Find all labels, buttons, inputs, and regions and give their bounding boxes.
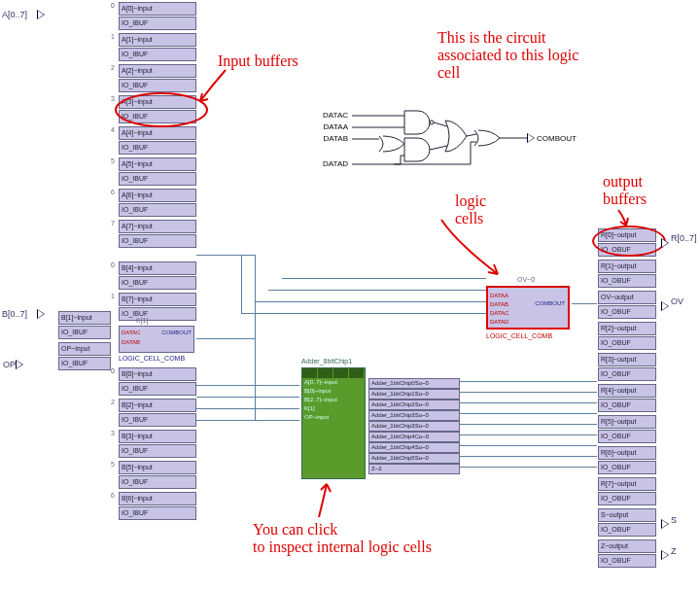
wire [459,402,597,403]
port-z-label: Z [671,546,677,556]
iobuf[interactable]: R[6]~outputIO_OBUF [598,446,654,475]
iobuf[interactable]: 6B[6]~inputIO_IBUF [119,492,194,521]
iobuf[interactable]: B[1]~inputIO_IBUF [58,311,109,340]
ibuf-b-stack2: 0B[0]~inputIO_IBUF 2B[2]~inputIO_IBUF 3B… [119,367,194,523]
ibuf-a-stack: 0 A[0]~inputIO_IBUF 1 A[1]~inputIO_IBUF … [119,2,194,251]
port-r-tri-icon [661,238,669,248]
port-r-label: R[0..7] [671,233,697,243]
logic-cell-ov[interactable]: DATAA DATAB COMBOUT DATAC DATAD [486,286,570,330]
iobuf[interactable]: 6 A[6]~inputIO_IBUF [119,189,194,218]
ibuf-b-stack: 0B[4]~inputIO_IBUF 1B[7]~inputIO_IBUF [119,261,194,324]
iobuf[interactable]: R[0]~outputIO_OBUF [598,228,654,258]
iobuf[interactable]: 7 A[7]~inputIO_IBUF [119,220,194,249]
port-s-label: S [671,515,677,525]
iobuf[interactable]: Z~outputIO_OBUF [598,539,654,569]
iobuf[interactable]: R[4]~outputIO_OBUF [598,384,654,413]
iobuf[interactable]: 4 A[4]~inputIO_IBUF [119,126,194,156]
iobuf[interactable]: R[3]~outputIO_OBUF [598,353,654,382]
logic-cell-ov-label: LOGIC_CELL_COMB [486,332,552,339]
iobuf[interactable]: R[5]~outputIO_OBUF [598,415,654,444]
wire [459,381,597,382]
port-s-tri-icon [661,519,669,529]
wire [459,467,597,468]
logic-cell-k1[interactable]: DATAC COMBOUT DATAB [119,326,194,353]
port-a-label: A[0..7] [2,10,27,19]
obuf-stack: R[0]~outputIO_OBUF R[1]~outputIO_OBUF OV… [598,228,654,571]
combout-tri-icon [527,133,535,143]
adder-title: Adder_8bitChip1 [301,358,352,365]
svg-point-4 [430,121,434,124]
port-z-tri-icon [661,550,669,560]
iobuf[interactable]: OP~inputIO_IBUF [58,342,109,371]
combout-label: COMBOUT [537,134,587,143]
port-ov-label: OV [671,296,683,306]
handwriting-output-buffers: output buffers [603,173,647,208]
port-op-tri-icon [16,360,23,369]
handwriting-click: You can click to inspect internal logic … [253,521,432,556]
iobuf[interactable]: 0 A[0]~inputIO_IBUF [119,2,194,31]
port-a-tri-icon [37,10,45,19]
logic-cell-k1-label: LOGIC_CELL_COMB [119,355,185,362]
wire [459,445,597,446]
wire [572,303,597,304]
k1-label: K[1] [136,317,148,324]
port-b-label: B[0..7] [2,309,27,319]
wire [196,385,299,386]
gate-schematic: DATAC DATAA DATAB DATAD COMB [311,109,564,196]
iobuf[interactable]: 2B[2]~inputIO_IBUF [119,399,194,428]
wire [459,435,597,435]
handwriting-logic-cells: logic cells [455,192,486,227]
wire [241,313,486,314]
wire [196,397,299,398]
port-ov-tri-icon [661,301,669,311]
wire [196,255,255,256]
iobuf-a3[interactable]: 3 A[3]~inputIO_IBUF [119,95,194,124]
handwriting-arrows [0,0,700,591]
wire [196,420,299,421]
iobuf[interactable]: S~outputIO_OBUF [598,508,654,538]
port-b-tri-icon [37,309,45,319]
wire [459,392,597,393]
adder-topbar [302,368,365,378]
ibuf-b-side-stack: B[1]~inputIO_IBUF OP~inputIO_IBUF [58,311,109,373]
wire [459,413,597,414]
wire [459,424,597,425]
svg-line-11 [434,122,447,126]
iobuf[interactable]: OV~outputIO_OBUF [598,291,654,320]
iobuf[interactable]: 1 A[1]~inputIO_IBUF [119,33,194,62]
svg-line-12 [430,146,447,150]
iobuf[interactable]: 0B[4]~inputIO_IBUF [119,261,194,291]
iobuf[interactable]: 1B[7]~inputIO_IBUF [119,293,194,322]
iobuf[interactable]: 5 A[5]~inputIO_IBUF [119,157,194,187]
wire [255,255,256,420]
handwriting-main: This is the circuit associated to this l… [438,29,578,82]
wire [241,255,242,313]
wire [268,290,486,291]
port-op-label: OP [3,360,16,369]
iobuf[interactable]: 0B[0]~inputIO_IBUF [119,367,194,397]
iobuf[interactable]: R[2]~outputIO_OBUF [598,322,654,351]
wire [459,456,597,457]
iobuf[interactable]: 2 A[2]~inputIO_IBUF [119,64,194,93]
gate-svg [311,109,564,196]
wire [255,301,486,302]
wire [282,278,486,279]
wire [196,338,255,339]
logic-cell-ov-top: OV~0 [517,276,535,283]
handwriting-input-buffers: Input buffers [218,52,298,70]
wire [196,408,299,409]
iobuf[interactable]: R[1]~outputIO_OBUF [598,260,654,289]
iobuf[interactable]: R[7]~outputIO_OBUF [598,477,654,506]
iobuf[interactable]: 5B[5]~inputIO_IBUF [119,461,194,490]
svg-line-13 [467,134,476,136]
iobuf[interactable]: 3B[3]~inputIO_IBUF [119,430,194,459]
adder-chip[interactable]: A[0..7]~input B[0]~input B[2..7]~input K… [301,367,366,479]
